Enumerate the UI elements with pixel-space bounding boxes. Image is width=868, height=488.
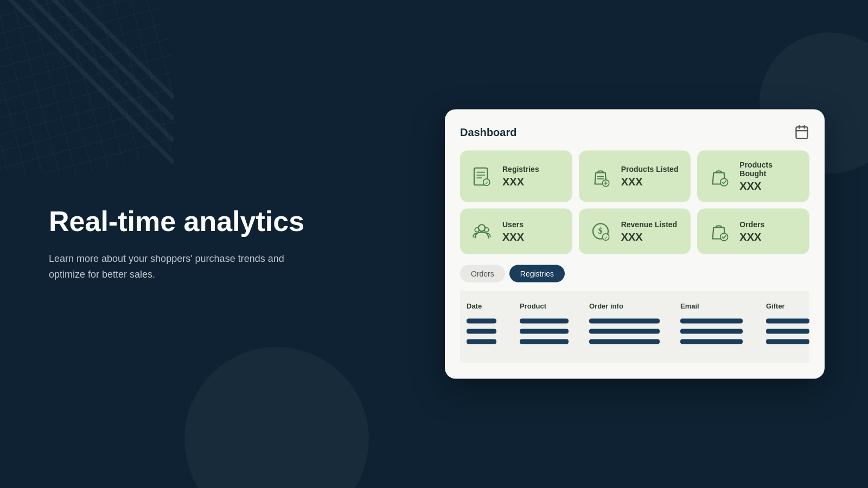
col-header-date: Date: [467, 302, 515, 310]
data-cell-gifter-1: [766, 319, 809, 324]
revenue-listed-info: Revenue Listed XXX: [621, 220, 677, 243]
tab-registries[interactable]: Registries: [509, 265, 565, 282]
stat-card-registries: ✓ Registries XXX: [460, 151, 572, 202]
stat-card-orders: Orders XXX: [697, 209, 809, 254]
table-row: [467, 319, 803, 324]
calendar-icon[interactable]: [794, 125, 809, 140]
products-bought-info: Products Bought XXX: [739, 160, 801, 192]
data-cell-gifter-2: [766, 329, 809, 334]
svg-text:$: $: [598, 226, 602, 235]
svg-point-28: [720, 233, 728, 241]
data-cell-gifter-3: [766, 339, 809, 344]
tab-orders[interactable]: Orders: [460, 265, 505, 282]
data-cell-orderinfo-2: [589, 329, 660, 334]
svg-rect-5: [796, 127, 808, 138]
data-cell-product-1: [520, 319, 569, 324]
orders-icon: [706, 219, 732, 245]
data-cell-email-1: [680, 319, 743, 324]
users-value: XXX: [502, 230, 524, 243]
revenue-listed-icon: $ ✓: [588, 219, 614, 245]
svg-line-3: [22, 0, 174, 119]
data-cell-email-2: [680, 329, 743, 334]
products-bought-icon: [706, 163, 732, 189]
registries-value: XXX: [502, 176, 539, 188]
products-listed-icon: [588, 163, 614, 189]
dashboard-title: Dashboard: [460, 126, 516, 138]
data-cell-orderinfo-1: [589, 319, 660, 324]
users-icon: [469, 219, 495, 245]
data-cell-email-3: [680, 339, 743, 344]
users-label: Users: [502, 220, 524, 228]
revenue-listed-label: Revenue Listed: [621, 220, 677, 228]
col-header-email: Email: [680, 302, 762, 310]
svg-line-1: [0, 0, 174, 163]
products-listed-value: XXX: [621, 176, 679, 188]
main-title: Real-time analytics: [49, 206, 320, 238]
products-bought-label: Products Bought: [739, 160, 801, 178]
stat-card-products-bought: Products Bought XXX: [697, 151, 809, 202]
stats-grid-row2: Users XXX $ ✓ Revenue Listed XXX: [460, 209, 809, 254]
table-row: [467, 329, 803, 334]
orders-label: Orders: [739, 220, 764, 228]
data-cell-product-2: [520, 329, 569, 334]
data-cell-orderinfo-3: [589, 339, 660, 344]
table-card: Date Product Order info Email Gifter Reg…: [460, 291, 809, 363]
data-cell-date-3: [467, 339, 496, 344]
stat-card-revenue-listed: $ ✓ Revenue Listed XXX: [579, 209, 691, 254]
svg-text:✓: ✓: [485, 180, 489, 185]
data-cell-product-3: [520, 339, 569, 344]
dashboard-header: Dashboard: [460, 125, 809, 140]
col-header-product: Product: [520, 302, 585, 310]
data-cell-date-2: [467, 329, 496, 334]
svg-point-20: [720, 178, 728, 186]
orders-value: XXX: [739, 230, 764, 243]
subtitle-text: Learn more about your shoppers' purchase…: [49, 251, 320, 282]
col-header-order-info: Order info: [589, 302, 676, 310]
table-section: Date Product Order info Email Gifter Reg…: [460, 291, 809, 379]
products-listed-label: Products Listed: [621, 165, 679, 174]
registries-icon: ✓: [469, 163, 495, 189]
data-cell-date-1: [467, 319, 496, 324]
stat-card-products-listed: Products Listed XXX: [579, 151, 691, 202]
svg-line-4: [43, 0, 174, 98]
table-row: [467, 339, 803, 344]
stat-card-users: Users XXX: [460, 209, 572, 254]
dashboard-card: Dashboard ✓: [445, 110, 825, 379]
users-info: Users XXX: [502, 220, 524, 243]
dashboard-container: Dashboard ✓: [445, 110, 825, 379]
registries-info: Registries XXX: [502, 165, 539, 188]
col-header-gifter: Gifter: [766, 302, 809, 310]
stats-grid-row1: ✓ Registries XXX: [460, 151, 809, 202]
products-listed-info: Products Listed XXX: [621, 165, 679, 188]
svg-line-2: [0, 0, 174, 141]
left-content: Real-time analytics Learn more about you…: [49, 206, 320, 282]
products-bought-value: XXX: [739, 180, 801, 192]
table-header: Date Product Order info Email Gifter Reg…: [467, 302, 803, 310]
svg-rect-0: [0, 0, 174, 174]
revenue-listed-value: XXX: [621, 230, 677, 243]
registries-label: Registries: [502, 165, 539, 174]
svg-text:✓: ✓: [604, 236, 608, 240]
orders-info: Orders XXX: [739, 220, 764, 243]
tabs-row: Orders Registries: [460, 265, 809, 282]
